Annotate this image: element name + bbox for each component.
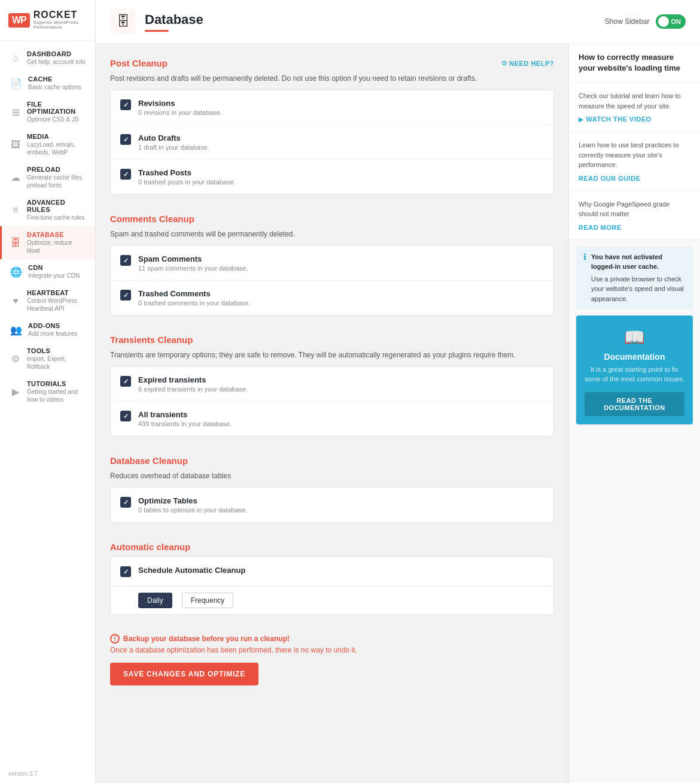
- sidebar-item-tools[interactable]: ⚙ TOOLS Import, Export, Rollback: [0, 342, 95, 375]
- sidebar-toggle[interactable]: ON: [656, 14, 686, 29]
- link-icon: ▶: [579, 116, 584, 123]
- preload-desc: Generate cache files, preload fonts: [27, 174, 87, 189]
- section-title-post-cleanup: Post Cleanup: [110, 58, 168, 68]
- rs-notice-title: You have not activated logged-in user ca…: [591, 253, 662, 271]
- info-icon: ℹ: [583, 252, 586, 304]
- database-icon: 🗄: [10, 238, 21, 248]
- sidebar-item-file-optimization[interactable]: ⊞ FILE OPTIMIZATION Optimize CSS & JS: [0, 96, 95, 128]
- rs-card-desc: Check our tutorial and learn how to meas…: [579, 91, 690, 111]
- cdn-label: CDN: [28, 264, 87, 271]
- checkbox-transients-cleanup-opts-0[interactable]: [120, 376, 131, 387]
- sidebar-item-add-ons[interactable]: 👥 ADD-ONS Add more features: [0, 317, 95, 342]
- rs-card-desc: Learn how to use best practices to corre…: [579, 140, 690, 170]
- sidebar-item-preload[interactable]: ☁ PRELOAD Generate cache files, preload …: [0, 161, 95, 194]
- option-row: Expired transients 6 expired transients …: [111, 367, 553, 402]
- cdn-icon: 🌐: [10, 266, 22, 278]
- sidebar-item-cdn[interactable]: 🌐 CDN Integrate your CDN: [0, 259, 95, 284]
- schedule-frequency-button[interactable]: Frequency: [182, 593, 234, 608]
- option-text: All transients 439 transients in your da…: [138, 410, 232, 427]
- section-header: Post Cleanup ⊙ NEED HELP?: [110, 58, 554, 68]
- option-text: Trashed Posts 0 trashed posts in your da…: [138, 168, 236, 186]
- option-text: Auto Drafts 1 draft in your database.: [138, 133, 209, 151]
- help-icon: ⊙: [501, 59, 507, 67]
- cache-label: CACHE: [28, 75, 87, 83]
- transients-section-header: Transients Cleanup: [110, 335, 554, 345]
- sidebar-item-tutorials[interactable]: ▶ TUTORIALS Getting started and how to v…: [0, 375, 95, 408]
- page-title: Database: [145, 12, 203, 28]
- sidebar-item-media[interactable]: 🖼 MEDIA LazyLoad, emojis, embeds, WebP: [0, 128, 95, 161]
- rs-doc-desc: It is a great starting point to fix some…: [585, 365, 684, 384]
- checkbox-auto-cleanup-opts-0[interactable]: [120, 566, 131, 577]
- title-underline: [145, 30, 169, 32]
- checkbox-transients-cleanup-opts-1[interactable]: [120, 411, 131, 421]
- file-optimization-icon: ⊞: [10, 107, 21, 118]
- schedule-daily-button[interactable]: Daily: [138, 593, 172, 608]
- media-text: MEDIA LazyLoad, emojis, embeds, WebP: [27, 133, 87, 156]
- option-text: Optimize Tables 0 tables to optimize in …: [138, 496, 247, 514]
- undo-warning-text: Once a database optimization has been pe…: [110, 646, 554, 654]
- rs-card-link-2[interactable]: READ MORE: [579, 224, 690, 231]
- file-optimization-label: FILE OPTIMIZATION: [27, 101, 87, 115]
- cdn-desc: Integrate your CDN: [28, 272, 87, 280]
- checkbox-post-cleanup-opts-0[interactable]: [120, 99, 131, 110]
- post-cleanup-options: Revisions 0 revisions in your database. …: [110, 90, 554, 195]
- database-label: DATABASE: [27, 231, 87, 238]
- read-documentation-button[interactable]: READ THE DOCUMENTATION: [585, 392, 684, 416]
- dashboard-label: DASHBOARD: [27, 50, 87, 57]
- add-ons-desc: Add more features: [28, 330, 87, 338]
- toggle-knob: [658, 16, 669, 27]
- rs-card-link-0[interactable]: ▶ WATCH THE VIDEO: [579, 116, 690, 123]
- section-title-auto: Automatic cleanup: [110, 542, 190, 552]
- rs-notice-desc: Use a private browser to check your webs…: [591, 274, 686, 304]
- option-label: Optimize Tables: [138, 496, 247, 505]
- option-label: Auto Drafts: [138, 133, 209, 142]
- option-sublabel: 439 transients in your database.: [138, 420, 232, 427]
- sidebar-item-dashboard[interactable]: ⌂ DASHBOARD Get help, account info: [0, 45, 95, 71]
- media-label: MEDIA: [27, 133, 87, 140]
- auto-section-header: Automatic cleanup: [110, 542, 554, 552]
- advanced-rules-text: ADVANCED RULES Fine-tune cache rules: [27, 199, 87, 221]
- tools-icon: ⚙: [10, 353, 21, 365]
- section-title-comments: Comments Cleanup: [110, 214, 194, 224]
- comments-section-header: Comments Cleanup: [110, 214, 554, 224]
- tools-desc: Import, Export, Rollback: [27, 355, 87, 371]
- add-ons-icon: 👥: [10, 324, 22, 336]
- preload-icon: ☁: [10, 172, 21, 183]
- advanced-rules-desc: Fine-tune cache rules: [27, 214, 87, 221]
- logo: WP ROCKET Superior WordPress Performance: [0, 0, 95, 41]
- heartbeat-label: HEARTBEAT: [27, 289, 87, 296]
- file-optimization-desc: Optimize CSS & JS: [27, 116, 87, 123]
- heartbeat-icon: ♥: [10, 296, 21, 306]
- checkbox-post-cleanup-opts-1[interactable]: [120, 134, 131, 145]
- rs-card-link-1[interactable]: READ OUR GUIDE: [579, 175, 690, 182]
- option-label: Trashed Comments: [138, 289, 250, 298]
- brand-name: ROCKET: [34, 10, 87, 20]
- need-help-button[interactable]: ⊙ NEED HELP?: [501, 59, 554, 67]
- cdn-text: CDN Integrate your CDN: [28, 264, 87, 280]
- backup-warning-text: Backup your database before you run a cl…: [123, 635, 290, 643]
- database-text: DATABASE Optimize, reduce bloat: [27, 231, 87, 254]
- option-sublabel: 0 revisions in your database.: [138, 109, 222, 116]
- sidebar-item-advanced-rules[interactable]: ≡ ADVANCED RULES Fine-tune cache rules: [0, 194, 95, 226]
- checkbox-db-cleanup-opts-0[interactable]: [120, 497, 131, 508]
- option-label: All transients: [138, 410, 232, 419]
- sidebar-item-heartbeat[interactable]: ♥ HEARTBEAT Control WordPress Heartbeat …: [0, 284, 95, 317]
- backup-warning: ! Backup your database before you run a …: [110, 634, 554, 644]
- post-cleanup-desc: Post revisions and drafts will be perman…: [110, 73, 554, 84]
- checkbox-comments-cleanup-opts-1[interactable]: [120, 290, 131, 301]
- option-row: Revisions 0 revisions in your database.: [111, 90, 553, 125]
- sidebar-item-cache[interactable]: 📄 CACHE Basic cache options: [0, 71, 95, 96]
- option-label: Trashed Posts: [138, 168, 236, 177]
- need-help-label: NEED HELP?: [509, 60, 554, 67]
- file-optimization-text: FILE OPTIMIZATION Optimize CSS & JS: [27, 101, 87, 123]
- checkbox-comments-cleanup-opts-0[interactable]: [120, 255, 131, 266]
- content-area: Post Cleanup ⊙ NEED HELP? Post revisions…: [96, 44, 700, 783]
- save-optimize-button[interactable]: SAVE CHANGES AND OPTIMIZE: [110, 663, 258, 685]
- preload-text: PRELOAD Generate cache files, preload fo…: [27, 166, 87, 189]
- sidebar-item-database[interactable]: 🗄 DATABASE Optimize, reduce bloat: [0, 226, 95, 259]
- option-label: Expired transients: [138, 375, 248, 384]
- dashboard-desc: Get help, account info: [27, 58, 87, 66]
- checkbox-post-cleanup-opts-2[interactable]: [120, 169, 131, 180]
- option-sublabel: 6 expired transients in your database.: [138, 386, 248, 393]
- option-row: Trashed Comments 0 trashed comments in y…: [111, 281, 553, 315]
